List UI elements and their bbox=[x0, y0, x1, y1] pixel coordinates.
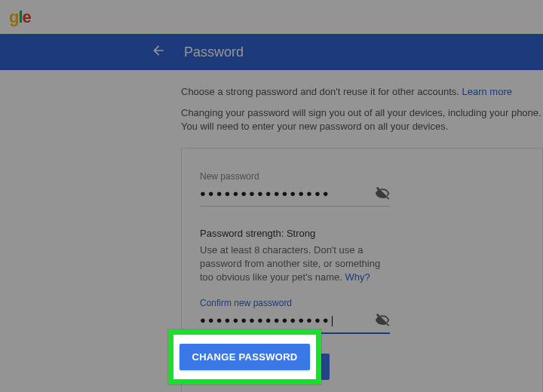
header-bar: Password bbox=[0, 34, 543, 70]
change-password-button[interactable]: CHANGE PASSWORD bbox=[179, 344, 309, 370]
google-logo-fragment: gle bbox=[9, 8, 31, 26]
intro-line-2: Changing your password will sign you out… bbox=[181, 106, 543, 133]
intro-line-1: Choose a strong password and don't reuse… bbox=[181, 85, 543, 99]
password-hint: Use at least 8 characters. Don't use a p… bbox=[200, 243, 396, 285]
learn-more-link[interactable]: Learn more bbox=[462, 86, 512, 97]
visibility-off-icon[interactable] bbox=[375, 186, 390, 201]
confirm-password-label: Confirm new password bbox=[200, 298, 390, 308]
confirm-password-value: ●●●●●●●●●●●●●●●● bbox=[200, 314, 333, 326]
tutorial-highlight: CHANGE PASSWORD bbox=[168, 329, 321, 384]
why-link[interactable]: Why? bbox=[345, 271, 370, 283]
text-caret bbox=[332, 316, 333, 326]
new-password-value: ●●●●●●●●●●●●●●●● bbox=[200, 188, 331, 199]
page-title: Password bbox=[184, 44, 244, 60]
new-password-label: New password bbox=[200, 171, 390, 182]
logo-area: gle bbox=[0, 0, 543, 34]
visibility-off-icon[interactable] bbox=[375, 313, 390, 328]
confirm-password-field[interactable]: Confirm new password ●●●●●●●●●●●●●●●● bbox=[200, 298, 390, 334]
back-arrow-icon[interactable] bbox=[151, 43, 166, 62]
password-strength: Password strength: Strong bbox=[200, 228, 524, 239]
new-password-field[interactable]: New password ●●●●●●●●●●●●●●●● bbox=[200, 171, 390, 207]
